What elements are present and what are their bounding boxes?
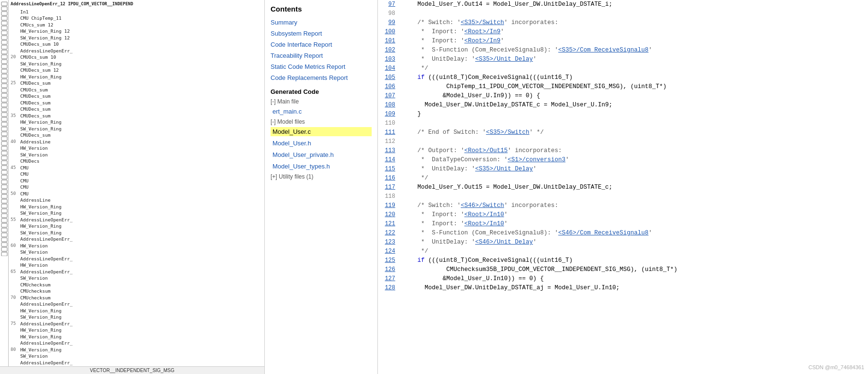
code-line-127: 127 &Model_User_U.In10)) == 0) { bbox=[378, 274, 868, 284]
svg-rect-9 bbox=[1, 45, 7, 49]
link-traceability-report[interactable]: Traceability Report bbox=[271, 52, 372, 59]
code-content: 97 Model_User_Y.Out14 = Model_User_DW.Un… bbox=[378, 0, 868, 293]
line-num-121[interactable]: 121 bbox=[378, 219, 401, 229]
code-text-120: * Inport: '<Root>/In10' bbox=[401, 210, 868, 219]
line-num-111[interactable]: 111 bbox=[378, 128, 401, 137]
code-panel[interactable]: 97 Model_User_Y.Out14 = Model_User_DW.Un… bbox=[378, 0, 868, 374]
code-line-128: 128 Model_User_DW.UnitDelay_DSTATE_aj = … bbox=[378, 284, 868, 293]
svg-rect-6 bbox=[1, 31, 7, 35]
svg-rect-36 bbox=[1, 175, 7, 179]
link-root-in9-100[interactable]: <Root>/In9 bbox=[465, 28, 501, 35]
line-num-108[interactable]: 108 bbox=[378, 101, 401, 110]
line-num-127[interactable]: 127 bbox=[378, 274, 401, 284]
line-num-122[interactable]: 122 bbox=[378, 229, 401, 238]
link-code-replacements-report[interactable]: Code Replacements Report bbox=[271, 74, 372, 81]
line-num-115[interactable]: 115 bbox=[378, 165, 401, 174]
code-text-119: /* Switch: '<S46>/Switch' incorporates: bbox=[401, 201, 868, 210]
line-num-120[interactable]: 120 bbox=[378, 210, 401, 219]
line-num-101[interactable]: 101 bbox=[378, 37, 401, 46]
code-line-105: 105 if (((uint8_T)Com_ReceiveSignal(((ui… bbox=[378, 73, 868, 82]
line-num-97[interactable]: 97 bbox=[378, 0, 401, 9]
line-num-99[interactable]: 99 bbox=[378, 18, 401, 27]
svg-rect-44 bbox=[1, 214, 7, 218]
line-num-104[interactable]: 104 bbox=[378, 64, 401, 73]
link-s35-unit-delay-2[interactable]: <S35>/Unit_Delay bbox=[475, 166, 533, 172]
link-s46-com-receive[interactable]: <S46>/Com_ReceiveSignalu8 bbox=[558, 230, 649, 236]
svg-rect-5 bbox=[1, 26, 7, 30]
diagram-area: AddressLineOpenErr_12 IPDU_COM_VECTOR__I… bbox=[0, 0, 264, 366]
line-num-100[interactable]: 100 bbox=[378, 27, 401, 37]
svg-rect-26 bbox=[1, 127, 7, 131]
code-text-125: if (((uint8_T)Com_ReceiveSignal(((uint16… bbox=[401, 256, 868, 265]
link-s46-switch[interactable]: <S46>/Switch bbox=[461, 202, 504, 209]
link-subsystem-report[interactable]: Subsystem Report bbox=[271, 30, 372, 37]
link-root-in9-101[interactable]: <Root>/In9 bbox=[465, 38, 501, 44]
link-root-in10-120[interactable]: <Root>/In10 bbox=[465, 211, 505, 218]
code-text-121: * Inport: '<Root>/In10' bbox=[401, 219, 868, 229]
svg-rect-34 bbox=[1, 166, 7, 169]
svg-rect-16 bbox=[1, 79, 7, 83]
code-line-126: 126 CMUchecksum35B_IPDU_COM_VECTOR__INDE… bbox=[378, 265, 868, 274]
code-text-99: /* Switch: '<S35>/Switch' incorporates: bbox=[401, 18, 868, 27]
diagram-rows: In1 CMU ChipTemp_11 CMUcs_sum 12 HW_Vers… bbox=[11, 9, 262, 367]
line-num-124[interactable]: 124 bbox=[378, 247, 401, 256]
svg-rect-48 bbox=[1, 233, 7, 237]
link-s35-switch-end[interactable]: <S35>/Switch bbox=[486, 129, 530, 136]
code-text-105: if (((uint8_T)Com_ReceiveSignal(((uint16… bbox=[401, 73, 868, 82]
line-num-105[interactable]: 105 bbox=[378, 73, 401, 82]
line-num-117[interactable]: 117 bbox=[378, 183, 401, 192]
svg-rect-22 bbox=[1, 108, 7, 112]
file-model-user-private-h[interactable]: Model_User_private.h bbox=[271, 150, 372, 159]
line-num-109[interactable]: 109 bbox=[378, 110, 401, 119]
generated-code-title: Generated Code bbox=[271, 88, 372, 95]
link-s1-conversion3[interactable]: <S1>/conversion3 bbox=[508, 156, 566, 163]
link-s35-switch[interactable]: <S35>/Switch bbox=[461, 19, 504, 26]
svg-rect-0 bbox=[1, 2, 7, 6]
svg-rect-7 bbox=[1, 36, 7, 39]
line-num-125[interactable]: 125 bbox=[378, 256, 401, 265]
svg-rect-17 bbox=[1, 84, 7, 88]
link-summary[interactable]: Summary bbox=[271, 19, 372, 26]
code-text-123: * UnitDelay: '<S46>/Unit_Delay' bbox=[401, 238, 868, 247]
line-num-107[interactable]: 107 bbox=[378, 91, 401, 101]
line-num-119[interactable]: 119 bbox=[378, 201, 401, 210]
line-num-106[interactable]: 106 bbox=[378, 82, 401, 91]
line-num-116[interactable]: 116 bbox=[378, 174, 401, 183]
line-num-128[interactable]: 128 bbox=[378, 284, 401, 293]
link-s35-unit-delay[interactable]: <S35>/Unit_Delay bbox=[475, 56, 533, 63]
svg-rect-2 bbox=[1, 12, 7, 15]
svg-rect-51 bbox=[1, 247, 7, 251]
utility-files-section[interactable]: [+] Utility files (1) bbox=[271, 173, 372, 180]
file-ert-main-c[interactable]: ert_main.c bbox=[271, 107, 372, 116]
link-root-in10-121[interactable]: <Root>/In10 bbox=[465, 220, 505, 227]
link-root-out15[interactable]: <Root>/Out15 bbox=[465, 147, 508, 154]
main-file-section: [-] Main file bbox=[271, 98, 372, 105]
line-num-123[interactable]: 123 bbox=[378, 238, 401, 247]
line-num-114[interactable]: 114 bbox=[378, 155, 401, 165]
svg-rect-4 bbox=[1, 21, 7, 25]
line-num-126[interactable]: 126 bbox=[378, 265, 401, 274]
line-num-113[interactable]: 113 bbox=[378, 146, 401, 155]
svg-rect-12 bbox=[1, 60, 7, 64]
link-static-code-metrics-report[interactable]: Static Code Metrics Report bbox=[271, 63, 372, 70]
svg-rect-19 bbox=[1, 93, 7, 97]
svg-rect-37 bbox=[1, 180, 7, 184]
link-code-interface-report[interactable]: Code Interface Report bbox=[271, 41, 372, 48]
link-s35-com-receive[interactable]: <S35>/Com_ReceiveSignalu8 bbox=[558, 47, 649, 53]
svg-rect-28 bbox=[1, 137, 7, 141]
code-line-118: 118 bbox=[378, 192, 868, 201]
svg-rect-47 bbox=[1, 228, 7, 232]
line-num-118: 118 bbox=[378, 192, 401, 201]
line-num-110: 110 bbox=[378, 119, 401, 128]
link-s46-unit-delay[interactable]: <S46>/Unit_Delay bbox=[475, 239, 533, 245]
line-num-103[interactable]: 103 bbox=[378, 55, 401, 64]
code-text-127: &Model_User_U.In10)) == 0) { bbox=[401, 274, 868, 284]
line-num-102[interactable]: 102 bbox=[378, 46, 401, 55]
file-model-user-h[interactable]: Model_User.h bbox=[271, 139, 372, 148]
file-model-user-types-h[interactable]: Model_User_types.h bbox=[271, 162, 372, 171]
code-line-97: 97 Model_User_Y.Out14 = Model_User_DW.Un… bbox=[378, 0, 868, 9]
code-text-104: */ bbox=[401, 64, 868, 73]
code-text-97: Model_User_Y.Out14 = Model_User_DW.UnitD… bbox=[401, 0, 868, 9]
code-text-111: /* End of Switch: '<S35>/Switch' */ bbox=[401, 128, 868, 137]
file-model-user-c[interactable]: Model_User.c bbox=[271, 127, 372, 136]
